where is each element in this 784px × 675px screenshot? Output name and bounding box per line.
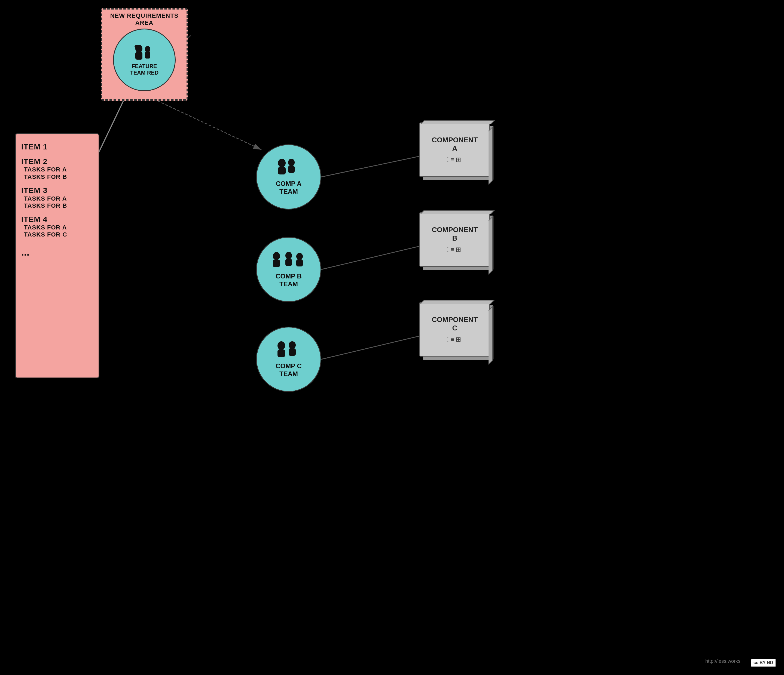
component-c-name: COMPONENTC: [432, 315, 478, 332]
comp-a-team-circle: COMP ATEAM: [256, 144, 321, 209]
comp-c-team-icon: [271, 340, 306, 362]
new-requirements-area: NEW REQUIREMENTS AREA FEATURE TEAM RED: [101, 8, 188, 101]
component-b-box: COMPONENTB ⁚≡⊞: [419, 212, 490, 267]
svg-rect-23: [296, 259, 303, 267]
item-3-sub-a: TASKS FOR A: [24, 195, 93, 202]
svg-point-10: [135, 45, 139, 48]
backlog-item-1: ITEM 1: [21, 142, 93, 152]
item-4-label: ITEM 4: [21, 215, 47, 223]
comp-b-team-icon: [268, 251, 309, 272]
svg-rect-11: [135, 52, 142, 60]
svg-point-14: [278, 159, 286, 168]
new-req-label: NEW REQUIREMENTS AREA: [102, 12, 187, 26]
svg-point-24: [277, 341, 285, 350]
component-b-name: COMPONENTB: [432, 226, 478, 242]
feature-team-red-circle: FEATURE TEAM RED: [113, 29, 176, 91]
item-2-sub-a: TASKS FOR A: [24, 166, 93, 173]
license-badge-area: cc BY-ND: [751, 659, 776, 667]
svg-rect-19: [273, 260, 280, 267]
svg-line-5: [321, 335, 425, 359]
svg-rect-27: [289, 348, 296, 356]
comp-a-team-icon: [271, 158, 306, 180]
component-a-box: COMPONENTA ⁚≡⊞: [419, 123, 490, 177]
feature-team-name: FEATURE TEAM RED: [130, 63, 159, 76]
component-c-icons: ⁚≡⊞: [447, 335, 462, 343]
svg-rect-13: [145, 52, 150, 59]
svg-point-16: [288, 159, 295, 166]
url-text: http://less.works: [705, 658, 740, 664]
item-2-sub-b: TASKS FOR B: [24, 173, 93, 180]
svg-rect-25: [277, 349, 285, 357]
item-3-label: ITEM 3: [21, 186, 47, 195]
backlog-item-2: ITEM 2 TASKS FOR A TASKS FOR B: [21, 157, 93, 180]
svg-rect-21: [285, 259, 292, 266]
comp-b-team-circle: COMP BTEAM: [256, 237, 321, 302]
svg-point-22: [296, 253, 303, 260]
backlog-ellipsis: ...: [21, 247, 93, 258]
svg-line-4: [321, 245, 425, 270]
component-a-icons: ⁚≡⊞: [447, 156, 462, 164]
main-canvas: ITEM 1 ITEM 2 TASKS FOR A TASKS FOR B IT…: [0, 0, 784, 675]
item-1-label: ITEM 1: [21, 143, 47, 151]
backlog-item-4: ITEM 4 TASKS FOR A TASKS FOR C: [21, 215, 93, 238]
svg-point-26: [289, 341, 296, 349]
backlog-item-3: ITEM 3 TASKS FOR A TASKS FOR B: [21, 186, 93, 209]
item-4-sub-a: TASKS FOR A: [24, 224, 93, 231]
feature-team-icon: [131, 44, 158, 63]
svg-line-2: [146, 95, 261, 150]
svg-point-12: [145, 46, 150, 53]
svg-rect-17: [288, 166, 295, 173]
item-2-label: ITEM 2: [21, 157, 47, 166]
comp-c-team-label: COMP CTEAM: [275, 362, 302, 378]
svg-point-18: [273, 252, 280, 260]
svg-line-3: [321, 155, 425, 177]
item-3-sub-b: TASKS FOR B: [24, 202, 93, 209]
license-badge: cc BY-ND: [751, 659, 776, 667]
comp-b-team-label: COMP BTEAM: [275, 272, 302, 288]
svg-point-20: [285, 252, 292, 259]
comp-a-team-label: COMP ATEAM: [276, 180, 302, 196]
backlog-list: ITEM 1 ITEM 2 TASKS FOR A TASKS FOR B IT…: [15, 133, 100, 378]
item-4-sub-c: TASKS FOR C: [24, 231, 93, 238]
component-c-box: COMPONENTC ⁚≡⊞: [419, 302, 490, 357]
comp-c-team-circle: COMP CTEAM: [256, 327, 321, 392]
svg-rect-15: [278, 167, 286, 174]
component-b-icons: ⁚≡⊞: [447, 246, 462, 253]
connections-svg: [0, 0, 784, 675]
component-a-name: COMPONENTA: [432, 136, 478, 153]
